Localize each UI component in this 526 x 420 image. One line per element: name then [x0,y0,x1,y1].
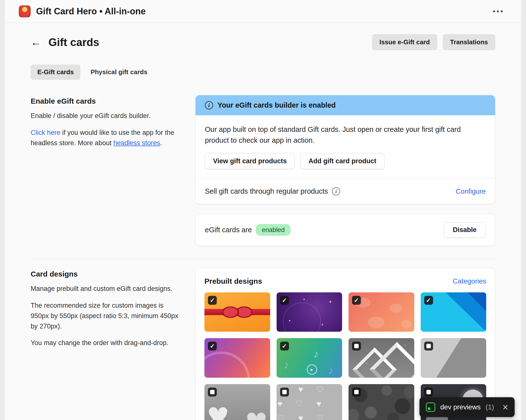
design-checkbox[interactable] [352,388,361,397]
sell-through-products-label: Sell gift cards through regular products [205,187,328,195]
dev-previews-toast[interactable]: dev previews (1) × [419,397,515,417]
banner-header: i Your eGift cards builder is enabled [196,95,495,115]
configure-link[interactable]: Configure [456,187,486,195]
design-tile-music-party[interactable]: ✓ [277,338,342,377]
tab-bar: E-Gift cards Physical gift cards [31,65,495,80]
design-tile-gray-diagonal[interactable] [421,338,486,377]
overflow-menu-icon[interactable]: ••• [490,5,507,18]
enable-section-cards: i Your eGift cards builder is enabled Ou… [195,95,495,246]
design-checkbox[interactable]: ✓ [280,342,289,350]
add-gift-card-product-button[interactable]: Add gift card product [300,153,384,169]
design-checkbox[interactable]: ✓ [208,296,217,305]
builder-enabled-card: i Your eGift cards builder is enabled Ou… [195,95,495,204]
design-checkbox[interactable]: ✓ [424,296,433,305]
dev-previews-label: dev previews [440,403,481,411]
app-logo-icon [19,5,31,17]
banner-description: Our app built on top of standard Gift ca… [205,124,472,146]
close-icon[interactable]: × [503,402,508,412]
app-window: Gift Card Hero • All-in-one ••• ← Gift c… [5,0,521,420]
banner-buttons: View gift card products Add gift card pr… [205,153,486,169]
back-button[interactable]: ← [31,37,41,47]
header-actions: Issue e-Gift card Translations [372,34,495,50]
banner-body: Our app built on top of standard Gift ca… [196,115,495,179]
design-checkbox[interactable]: ✓ [352,296,361,305]
click-here-link[interactable]: Click here [31,129,60,136]
design-tile-orange-gift-bow[interactable]: ✓ [204,292,270,332]
design-checkbox[interactable] [352,342,361,350]
dev-previews-count: (1) [485,403,494,411]
enable-section: Enable eGift cards Enable / disable your… [31,95,495,246]
design-checkbox[interactable]: ✓ [280,296,289,305]
enable-section-line2-period: . [160,139,162,147]
app-title: Gift Card Hero • All-in-one [36,6,146,17]
headless-stores-link[interactable]: headless stores [113,139,160,147]
enable-section-description: Enable eGift cards Enable / disable your… [31,95,179,246]
design-tile-dark-camo[interactable] [349,384,414,420]
enable-section-line1: Enable / disable your eGift cards builde… [31,111,179,121]
card-designs-p1: Manage prebuilt and custom eGift card de… [31,284,179,294]
dev-previews-icon [426,402,435,412]
view-gift-card-products-button[interactable]: View gift card products [205,153,295,169]
section-divider [31,259,495,259]
page-header: ← Gift cards Issue e-Gift card Translati… [31,34,495,50]
egift-status-card: eGift cards are enabled Disable [195,214,495,246]
prebuilt-designs-heading: Prebuilt designs [204,277,262,285]
design-tile-cyan-geometric[interactable]: ✓ [421,292,486,332]
categories-link[interactable]: Categories [453,277,486,285]
design-tile-sunset-gradient[interactable]: ✓ [204,338,270,377]
status-badge: enabled [256,224,291,236]
tab-egift-cards[interactable]: E-Gift cards [31,65,80,80]
info-icon[interactable]: i [332,187,340,195]
topbar: Gift Card Hero • All-in-one ••• [5,0,521,23]
enable-section-line2: Click here if you would like to use the … [31,128,179,148]
info-icon[interactable]: i [205,101,213,109]
design-tile-hearts-pattern[interactable] [277,384,342,420]
card-designs-description: Card designs Manage prebuilt and custom … [31,268,179,420]
translations-button[interactable]: Translations [443,34,495,50]
page-title: Gift cards [48,36,99,48]
banner-footer: Sell gift cards through regular products… [196,179,495,204]
design-tile-big-hearts[interactable] [204,384,270,420]
design-tile-gray-diamonds[interactable] [349,338,414,377]
enable-section-heading: Enable eGift cards [31,97,179,105]
prebuilt-designs-header: Prebuilt designs Categories [204,277,486,285]
design-tile-coral-fruits[interactable]: ✓ [349,292,414,332]
issue-egift-card-button[interactable]: Issue e-Gift card [372,34,437,50]
egift-status-text: eGift cards are [205,226,252,234]
design-checkbox[interactable]: ✓ [208,342,217,350]
design-tile-purple-space[interactable]: ✓ [277,292,342,332]
design-checkbox[interactable] [208,388,217,397]
card-designs-p3: You may change the order with drag-and-d… [31,338,179,348]
card-designs-p2: The recommended size for custom images i… [31,301,179,332]
design-checkbox[interactable] [280,388,289,397]
design-checkbox[interactable] [424,388,433,397]
banner-title: Your eGift cards builder is enabled [218,101,336,109]
design-checkbox[interactable] [424,342,433,350]
tab-physical-gift-cards[interactable]: Physical gift cards [84,65,154,80]
disable-button[interactable]: Disable [444,222,486,238]
card-designs-heading: Card designs [31,270,179,278]
